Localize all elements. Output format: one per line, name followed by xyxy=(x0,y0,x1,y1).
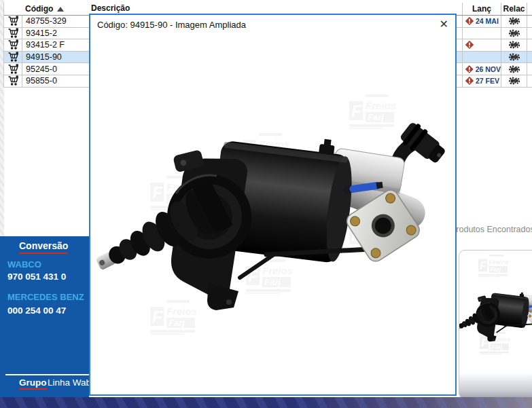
product-thumbnail-panel[interactable] xyxy=(459,250,532,399)
table-row-selected[interactable] xyxy=(457,52,532,64)
lanc-date: 24 MAI xyxy=(476,17,499,25)
related-parts-gears-icon[interactable] xyxy=(509,16,520,26)
conversion-title: Conversão xyxy=(19,240,68,254)
related-parts-gears-icon[interactable] xyxy=(509,29,520,38)
table-row[interactable]: 95245-0 xyxy=(4,63,90,75)
table-row[interactable]: 48755-329 xyxy=(4,16,90,28)
product-thumbnail-image[interactable] xyxy=(459,265,532,348)
sort-ascending-icon xyxy=(57,7,64,12)
add-to-cart-icon[interactable] xyxy=(4,75,22,87)
table-row-selected[interactable]: 94915-90 xyxy=(4,52,90,64)
app-window: { "table": { "header": { "codigo": "Códi… xyxy=(0,0,532,408)
conversion-code: 000 254 00 47 xyxy=(7,305,66,316)
codigo-header-label: Código xyxy=(25,4,53,14)
conversion-brand: WABCO xyxy=(7,259,41,270)
alert-diamond-icon xyxy=(465,65,474,73)
add-to-cart-icon[interactable] xyxy=(4,39,22,51)
column-header-descricao[interactable]: Descrição xyxy=(91,3,130,13)
codigo-cell: 93415-2 F xyxy=(22,40,90,50)
add-to-cart-icon[interactable] xyxy=(4,16,22,27)
modal-title: Código: 94915-90 - Imagem Ampliada xyxy=(97,20,246,30)
codigo-cell: 93415-2 xyxy=(22,29,90,38)
add-to-cart-icon[interactable] xyxy=(4,28,22,39)
table-row[interactable]: 93415-2 F xyxy=(4,39,90,52)
product-table-left: Código 48755-329 93415-2 93415-2 F 94915… xyxy=(3,3,90,88)
related-parts-gears-icon[interactable] xyxy=(509,52,520,62)
lanc-date: 27 FEV xyxy=(476,77,499,85)
conversion-brand: MERCEDES BENZ xyxy=(7,292,84,302)
codigo-cell: 94915-90 xyxy=(22,52,90,62)
image-modal: Código: 94915-90 - Imagem Ampliada ✕ xyxy=(89,14,457,396)
related-parts-gears-icon[interactable] xyxy=(509,76,520,86)
add-to-cart-icon[interactable] xyxy=(4,52,22,63)
group-label: Grupo xyxy=(19,377,47,390)
codigo-cell: 95245-0 xyxy=(22,64,90,74)
codigo-cell: 95855-0 xyxy=(22,76,90,86)
column-header-lanc[interactable]: Lanç xyxy=(463,3,501,15)
related-parts-gears-icon[interactable] xyxy=(509,64,520,74)
related-parts-gears-icon[interactable] xyxy=(509,40,520,50)
table-header-row: Lanç Relac xyxy=(457,3,532,16)
alert-diamond-icon xyxy=(465,41,474,49)
table-row[interactable]: 95855-0 xyxy=(4,75,90,88)
product-enlarged-image xyxy=(96,45,449,331)
close-icon[interactable]: ✕ xyxy=(440,18,448,31)
table-header-row: Código xyxy=(4,3,90,16)
results-count-label: Produtos Encontrados xyxy=(450,225,532,234)
table-row[interactable]: 26 NOV xyxy=(457,63,532,75)
alert-diamond-icon xyxy=(465,77,474,85)
column-header-codigo[interactable]: Código xyxy=(4,4,64,14)
column-header-relac[interactable]: Relac xyxy=(501,3,527,15)
lanc-date: 26 NOV xyxy=(476,65,501,73)
table-row[interactable] xyxy=(457,28,532,40)
table-row[interactable] xyxy=(457,39,532,52)
table-row[interactable]: 24 MAI xyxy=(457,16,532,28)
product-table-right: Lanç Relac 24 MAI 26 NOV xyxy=(457,3,532,88)
alert-diamond-icon xyxy=(465,17,474,25)
table-row[interactable]: 93415-2 xyxy=(4,28,90,40)
conversion-panel: Conversão WABCO 970 051 431 0 MERCEDES B… xyxy=(0,236,89,397)
divider xyxy=(5,374,89,375)
codigo-cell: 48755-329 xyxy=(22,16,90,26)
conversion-code: 970 051 431 0 xyxy=(7,272,66,282)
footer-decorative-bar xyxy=(0,397,532,408)
table-row[interactable]: 27 FEV xyxy=(457,75,532,88)
add-to-cart-icon[interactable] xyxy=(4,63,22,75)
